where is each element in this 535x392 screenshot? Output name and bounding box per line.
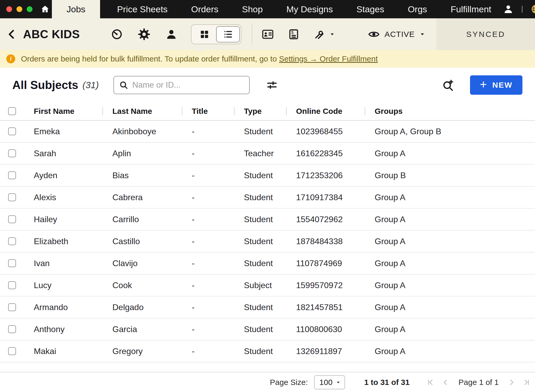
row-checkbox[interactable] [8,171,16,179]
home-button[interactable] [40,0,50,18]
cell-groups: Group A [365,303,535,312]
services-dropdown-button[interactable] [314,29,335,40]
row-checkbox[interactable] [8,149,16,157]
status-filter-label: ACTIVE [385,30,415,39]
filter-button[interactable] [266,80,277,91]
table-row[interactable]: Elizabeth Castillo - Student 1878484338 … [0,231,535,253]
nav-item-orgs[interactable]: Orgs [396,0,439,18]
speedometer-icon [111,28,123,40]
row-checkbox[interactable] [8,325,16,333]
svg-text:$: $ [291,30,294,35]
window-close-button[interactable] [6,6,12,12]
services-icon [314,29,325,40]
page-size-label: Page Size: [270,378,308,387]
cell-title: - [182,193,234,202]
row-checkbox[interactable] [8,215,16,223]
sync-status-button[interactable]: SYNCED [436,18,535,50]
row-checkbox[interactable] [8,281,16,289]
job-title: ABC KIDS [23,28,80,41]
page-indicator: Page 1 of 1 [458,378,499,387]
grid-view-button[interactable] [193,26,216,42]
advanced-search-button[interactable] [442,79,454,91]
page-size-select[interactable]: 100 [314,375,345,389]
row-checkbox-cell [0,325,24,333]
row-checkbox[interactable] [8,347,16,355]
table-row[interactable]: Alexis Cabrera - Student 1710917384 Grou… [0,187,535,209]
cell-first-name: Sarah [24,149,102,158]
cell-groups: Group A [365,237,535,246]
table-row[interactable]: Hailey Carrillo - Student 1554072962 Gro… [0,209,535,231]
subjects-header: All Subjects (31) + NEW [0,68,535,102]
dashboard-button[interactable] [111,28,123,40]
cell-title: - [182,281,234,290]
account-button[interactable] [503,4,514,14]
job-toolbar: ABC KIDS [0,18,535,50]
nav-item-fulfillment[interactable]: Fulfillment [439,0,503,18]
select-all-checkbox[interactable] [8,107,16,115]
chevron-right-icon [507,378,515,386]
column-header-title: Title [182,107,234,116]
window-zoom-button[interactable] [27,6,32,12]
first-page-button[interactable] [427,378,434,386]
cell-last-name: Delgado [102,303,182,312]
nav-right [503,0,535,18]
page-title: All Subjects [12,79,78,92]
table-row[interactable]: Ivan Clavijo - Student 1107874969 Group … [0,253,535,275]
nav-item-shop[interactable]: Shop [230,0,275,18]
page-size-control: Page Size: 100 [270,375,345,389]
settings-button[interactable] [138,28,150,40]
list-view-button[interactable] [216,26,240,42]
cell-type: Student [234,303,286,312]
table-header: First Name Last Name Title Type Online C… [0,102,535,121]
cell-groups: Group A [365,324,535,334]
photo-card-button[interactable] [262,28,274,40]
cell-type: Student [234,324,286,334]
search-input[interactable] [132,80,244,90]
nav-item-price-sheets[interactable]: Price Sheets [105,0,179,18]
search-icon [119,81,128,89]
row-checkbox[interactable] [8,259,16,267]
row-checkbox-cell [0,215,24,223]
cell-first-name: Ayden [24,171,102,180]
row-checkbox[interactable] [8,193,16,201]
last-page-button[interactable] [523,378,531,386]
status-filter-dropdown[interactable]: ACTIVE [368,28,425,40]
fulfillment-notice-banner: i Orders are being held for bulk fulfill… [0,50,535,68]
new-subject-button[interactable]: + NEW [470,75,522,95]
previous-page-button[interactable] [442,378,450,386]
cell-first-name: Hailey [24,215,102,224]
table-row[interactable]: Makai Gregory - Student 1326911897 Group… [0,340,535,362]
globe-button[interactable] [531,4,535,14]
price-sheet-button[interactable]: $ [288,29,299,40]
column-header-last-name: Last Name [102,107,182,116]
order-fulfillment-settings-link[interactable]: Settings → Order Fulfillment [279,54,378,63]
table-row[interactable]: Armando Delgado - Student 1821457851 Gro… [0,296,535,318]
row-checkbox[interactable] [8,127,16,135]
back-button[interactable] [6,29,17,40]
chevron-down-icon [419,31,425,37]
window-minimize-button[interactable] [17,6,22,12]
table-row[interactable]: Ayden Bias - Student 1712353206 Group B [0,165,535,187]
eye-icon [368,28,380,40]
cell-first-name: Armando [24,303,102,312]
nav-tab-jobs[interactable]: Jobs [52,0,100,18]
row-checkbox[interactable] [8,303,16,311]
cell-first-name: Makai [24,346,102,356]
nav-item-orders[interactable]: Orders [179,0,230,18]
table-row[interactable]: Emeka Akinboboye - Student 1023968455 Gr… [0,121,535,143]
row-checkbox[interactable] [8,237,16,245]
row-checkbox-cell [0,149,24,157]
new-subject-button-label: NEW [492,81,513,89]
cell-online-code: 1100800630 [286,324,365,334]
table-row[interactable]: Sarah Aplin - Teacher 1616228345 Group A [0,143,535,165]
subjects-button[interactable] [165,28,177,40]
caret-down-icon [336,380,341,385]
cell-online-code: 1107874969 [286,259,365,268]
table-row[interactable]: Lucy Cook - Subject 1599570972 Group A [0,275,535,296]
nav-item-my-designs[interactable]: My Designs [275,0,345,18]
next-page-button[interactable] [507,378,515,386]
table-row[interactable]: Anthony Garcia - Student 1100800630 Grou… [0,318,535,340]
nav-item-stages[interactable]: Stages [345,0,396,18]
cell-online-code: 1599570972 [286,281,365,290]
cell-type: Subject [234,281,286,290]
